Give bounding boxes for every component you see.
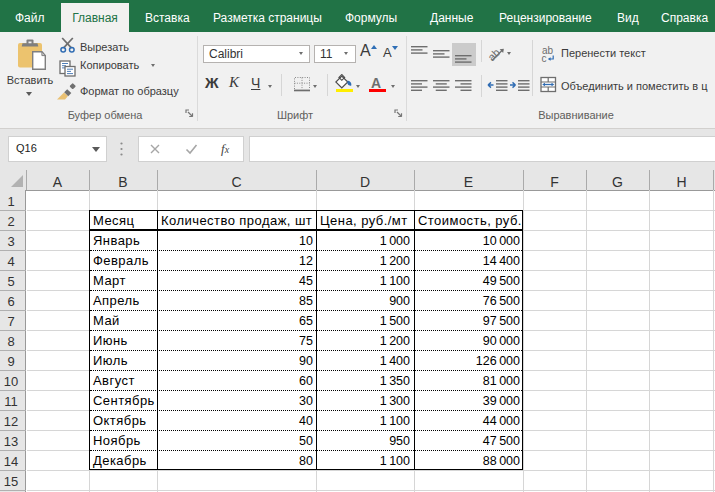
svg-text:c: c [542,53,547,63]
svg-text:ab: ab [487,46,502,63]
